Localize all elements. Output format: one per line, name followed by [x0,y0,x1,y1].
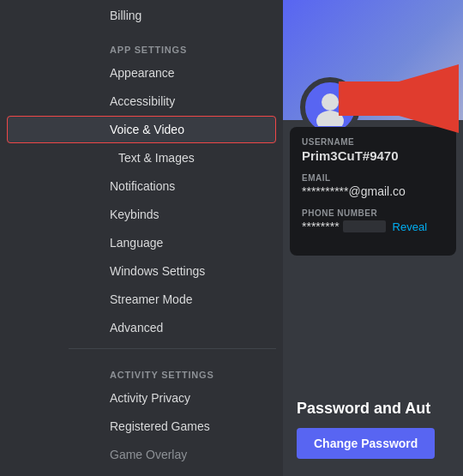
app-settings-header: APP SETTINGS [7,31,283,58]
sidebar-item-advanced[interactable]: Advanced [7,314,276,341]
email-label: EMAIL [302,173,444,183]
sidebar-item-billing[interactable]: Billing [7,2,276,29]
main-content: USERNAME Prim3CuT#9470 EMAIL **********@… [283,0,463,476]
red-arrow [283,30,459,167]
password-title: Password and Aut [297,400,449,418]
sidebar-item-activity-privacy[interactable]: Activity Privacy [7,384,276,412]
sidebar-item-accessibility[interactable]: Accessibility [7,87,276,115]
reveal-button[interactable]: Reveal [393,220,427,233]
sidebar-item-keybinds[interactable]: Keybinds [7,201,276,228]
sidebar-item-notifications[interactable]: Notifications [7,172,276,200]
sidebar-item-appearance[interactable]: Appearance [7,59,276,87]
divider [69,348,276,349]
phone-row: ******** Reveal [302,220,444,233]
sidebar-item-language[interactable]: Language [7,229,276,256]
email-value: **********@gmail.co [302,184,444,198]
password-section: Password and Aut Change Password [283,386,463,476]
change-password-button[interactable]: Change Password [297,428,435,459]
phone-label: PHONE NUMBER [302,208,444,218]
svg-rect-3 [339,81,459,116]
activity-settings-header: ACTIVITY SETTINGS [7,356,283,383]
sidebar-item-voice-video[interactable]: Voice & Video [7,116,276,143]
sidebar-item-game-overlay[interactable]: Game Overlay [7,441,276,468]
sidebar-item-text-images[interactable]: Text & Images [7,144,276,172]
sidebar-item-registered-games[interactable]: Registered Games [7,413,276,440]
phone-value: ******** [302,220,340,233]
email-field: EMAIL **********@gmail.co [302,173,444,198]
sidebar-item-streamer-mode[interactable]: Streamer Mode [7,286,276,313]
sidebar: Billing APP SETTINGS Appearance Accessib… [0,0,283,476]
sidebar-item-windows-settings[interactable]: Windows Settings [7,257,276,285]
phone-field: PHONE NUMBER ******** Reveal [302,208,444,233]
phone-hidden-box [343,220,386,232]
